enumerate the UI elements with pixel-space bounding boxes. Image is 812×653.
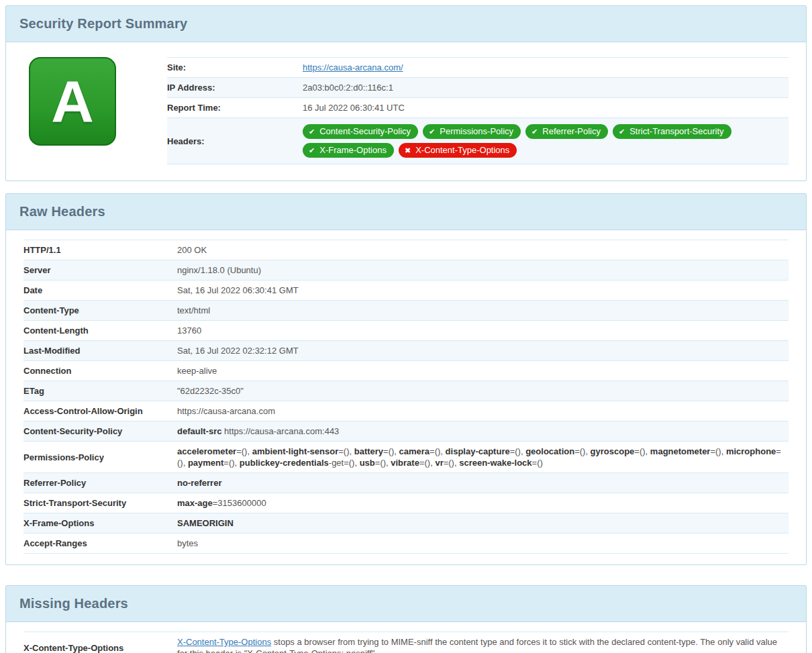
page: Security Report Summary A Site:https://c… <box>0 0 812 653</box>
check-icon: ✔ <box>619 128 625 136</box>
raw-header-name[interactable]: Server <box>23 260 177 281</box>
value-part: 13760 <box>177 325 201 336</box>
raw-header-row: Strict-Transport-Securitymax-age=3153600… <box>23 493 789 513</box>
raw-header-value: no-referrer <box>177 473 789 493</box>
header-pill-strict-transport-security: ✔Strict-Transport-Security <box>613 124 731 139</box>
summary-panel-body: A Site:https://causa-arcana.com/IP Addre… <box>6 42 806 181</box>
raw-header-name: Last-Modified <box>23 341 177 361</box>
value-part: "62d2232c-35c0" <box>177 386 244 396</box>
missing-header-description: X-Content-Type-Options stops a browser f… <box>177 632 789 653</box>
raw-header-name[interactable]: Permissions-Policy <box>23 442 177 473</box>
raw-header-name: Accept-Ranges <box>23 534 177 554</box>
value-part: default-src <box>177 426 221 436</box>
raw-header-name[interactable]: Content-Security-Policy <box>23 421 177 442</box>
summary-row-value: 16 Jul 2022 06:30:41 UTC <box>303 98 789 118</box>
value-part: no-referrer <box>177 478 221 488</box>
raw-headers-panel-heading: Raw Headers <box>6 194 806 230</box>
value-part: Sat, 16 Jul 2022 02:32:12 GMT <box>177 346 299 356</box>
value-part: =3153600000 <box>213 498 266 508</box>
raw-header-row: Referrer-Policyno-referrer <box>23 473 789 493</box>
raw-header-value: default-src https://causa-arcana.com:443 <box>177 421 789 442</box>
raw-header-name: Content-Length <box>23 321 177 341</box>
header-pill-referrer-policy: ✔Referrer-Policy <box>525 124 608 139</box>
raw-header-name: ETag <box>23 381 177 401</box>
summary-row: IP Address:2a03:b0c0:2:d0::116c:1 <box>167 78 789 98</box>
summary-table-body: Site:https://causa-arcana.com/IP Address… <box>167 58 789 164</box>
value-part: max-age <box>177 498 213 508</box>
value-part: =(), <box>223 458 239 468</box>
value-part: payment <box>188 458 223 468</box>
raw-header-name: Date <box>23 281 177 301</box>
raw-header-row: X-Frame-OptionsSAMEORIGIN <box>23 513 789 534</box>
value-part: usb <box>360 458 375 468</box>
value-part: vr <box>435 458 443 468</box>
summary-row-value: https://causa-arcana.com/ <box>303 58 789 78</box>
raw-header-row: Content-Typetext/html <box>23 301 789 321</box>
raw-header-name: HTTP/1.1 <box>23 240 177 260</box>
value-part: =(), <box>236 446 252 456</box>
value-part: screen-wake-lock <box>459 458 531 468</box>
raw-header-row: Content-Security-Policydefault-src https… <box>23 421 789 442</box>
raw-header-row: Connectionkeep-alive <box>23 361 789 381</box>
raw-header-value: max-age=3153600000 <box>177 493 789 513</box>
raw-header-row: HTTP/1.1200 OK <box>23 240 789 260</box>
value-part: vibrate <box>391 458 419 468</box>
value-part: =(), <box>574 446 590 456</box>
raw-header-row: Content-Length13760 <box>23 321 789 341</box>
summary-row: Site:https://causa-arcana.com/ <box>167 58 789 78</box>
value-part: https://causa-arcana.com <box>177 406 275 416</box>
raw-header-row: DateSat, 16 Jul 2022 06:30:41 GMT <box>23 281 789 301</box>
value-part: camera <box>399 446 430 456</box>
missing-headers-panel-heading: Missing Headers <box>6 586 806 622</box>
raw-header-name[interactable]: X-Frame-Options <box>23 513 177 534</box>
missing-headers-table: X-Content-Type-OptionsX-Content-Type-Opt… <box>23 632 789 653</box>
raw-header-value: https://causa-arcana.com <box>177 401 789 421</box>
check-icon: ✔ <box>429 128 435 136</box>
missing-header-link[interactable]: X-Content-Type-Options <box>177 637 271 647</box>
grade-badge: A <box>29 57 116 146</box>
value-part: accelerometer <box>177 446 236 456</box>
pill-label: Content-Security-Policy <box>319 126 411 137</box>
pill-label: Strict-Transport-Security <box>629 126 723 137</box>
raw-header-value: accelerometer=(), ambient-light-sensor=(… <box>177 442 789 473</box>
summary-row-headers: Headers:✔Content-Security-Policy✔Permiss… <box>167 118 789 164</box>
check-icon: ✔ <box>309 147 315 154</box>
raw-header-value: Sat, 16 Jul 2022 06:30:41 GMT <box>177 281 789 301</box>
value-part: =(), <box>375 458 391 468</box>
value-part: bytes <box>177 538 198 548</box>
value-part: 200 OK <box>177 245 207 255</box>
summary-title: Security Report Summary <box>19 16 793 32</box>
site-link[interactable]: https://causa-arcana.com/ <box>303 62 403 72</box>
raw-header-value: 13760 <box>177 321 789 341</box>
value-part: geolocation <box>525 446 574 456</box>
value-part: keep-alive <box>177 366 217 376</box>
raw-header-row: Permissions-Policyaccelerometer=(), ambi… <box>23 442 789 473</box>
raw-headers-panel-body: HTTP/1.1200 OKServernginx/1.18.0 (Ubuntu… <box>6 230 806 564</box>
value-part: =(), <box>338 446 354 456</box>
pill-label: Referrer-Policy <box>542 126 601 137</box>
missing-headers-panel: Missing Headers X-Content-Type-OptionsX-… <box>5 585 807 653</box>
check-icon: ✔ <box>531 128 538 136</box>
value-part: https://causa-arcana.com:443 <box>221 426 339 436</box>
value-part: microphone <box>726 446 776 456</box>
raw-header-value: SAMEORIGIN <box>177 513 789 534</box>
header-pill-content-security-policy: ✔Content-Security-Policy <box>303 124 418 139</box>
raw-header-name[interactable]: Referrer-Policy <box>23 473 177 493</box>
value-part: -get=(), <box>329 458 360 468</box>
raw-header-value: nginx/1.18.0 (Ubuntu) <box>177 260 789 281</box>
summary-row-label: Site: <box>167 58 303 78</box>
value-part: publickey-credentials <box>240 458 329 468</box>
raw-header-value: Sat, 16 Jul 2022 02:32:12 GMT <box>177 341 789 361</box>
raw-header-value: keep-alive <box>177 361 789 381</box>
value-part: Sat, 16 Jul 2022 06:30:41 GMT <box>177 285 299 295</box>
raw-header-name[interactable]: Access-Control-Allow-Origin <box>23 401 177 421</box>
raw-header-name: Content-Type <box>23 301 177 321</box>
raw-headers-title: Raw Headers <box>19 204 793 219</box>
raw-header-row: Servernginx/1.18.0 (Ubuntu) <box>23 260 789 281</box>
value-part: display-capture <box>446 446 510 456</box>
raw-header-name[interactable]: Strict-Transport-Security <box>23 493 177 513</box>
value-part: =() <box>532 458 543 468</box>
value-part: ambient-light-sensor <box>252 446 339 456</box>
summary-row-label: Report Time: <box>167 98 303 118</box>
check-icon: ✔ <box>309 128 315 136</box>
